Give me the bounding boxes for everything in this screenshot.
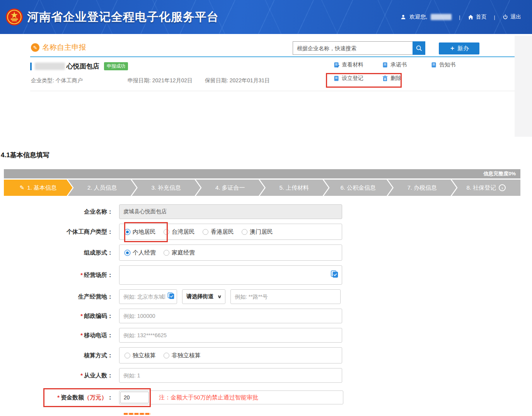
record-type: 企业类型: 个体工商户 (31, 77, 128, 84)
step-housing-fund[interactable]: 6. 公积金信息 (324, 180, 393, 196)
blurred-company-prefix (35, 63, 65, 70)
radio-icon[interactable] (124, 353, 130, 358)
name-declare-card: ✎ 名称自主申报 ＋ 新办 心悦面包店 申报成功 (0, 34, 532, 138)
row-production-place: 生产经营地： 请选择街道 ∨ (0, 289, 532, 304)
company-name-label: 企业名称： (0, 204, 116, 219)
required-star: * (80, 272, 83, 278)
composition-group: 个人经营 家庭经营 (119, 245, 342, 261)
radio-taiwan-resident[interactable]: 台湾居民 (164, 228, 195, 236)
separator: | (494, 14, 495, 20)
composition-label: 组成形式： (0, 245, 116, 261)
declare-edit-icon: ✎ (31, 43, 39, 52)
employees-field[interactable] (119, 368, 342, 383)
trash-icon (382, 75, 388, 82)
search-input[interactable] (293, 41, 413, 55)
street-address-field[interactable] (230, 289, 341, 304)
radio-non-independent-accounting[interactable]: 非独立核算 (164, 352, 201, 359)
home-link[interactable]: 首页 (468, 14, 487, 20)
street-select[interactable]: 请选择街道 ∨ (182, 289, 225, 304)
notification-letter-link[interactable]: 告知书 (431, 61, 489, 69)
welcome-text: 欢迎您, (409, 14, 427, 20)
accounting-group: 独立核算 非独立核算 (119, 347, 342, 363)
basic-info-form: 企业名称： 个体工商户类型： 内地居民 台湾居民 香港居民 澳门居民 (0, 204, 532, 415)
power-icon (503, 14, 508, 20)
step-personnel-info[interactable]: 2. 人员信息 (68, 180, 137, 196)
radio-icon[interactable] (242, 229, 247, 235)
district-picker-icon[interactable] (167, 292, 175, 301)
radio-icon[interactable] (164, 229, 169, 235)
radio-icon[interactable] (203, 229, 208, 235)
mobile-field[interactable] (119, 328, 342, 343)
radio-icon[interactable] (164, 353, 169, 358)
national-emblem-logo (5, 8, 23, 26)
delete-link[interactable]: 删除 (382, 75, 431, 82)
company-name-field[interactable] (119, 204, 342, 219)
capital-field-container: 注：金额大于50万的禁止通过智能审批 (119, 391, 343, 404)
doc-section-heading: 4.1基本信息填写 (1, 151, 532, 160)
required-star: * (57, 394, 60, 401)
document-icon (382, 62, 388, 68)
progress-label: 信息完整度0% (483, 171, 516, 177)
company-name: 心悦面包店 (66, 62, 99, 71)
capital-field[interactable] (120, 392, 149, 403)
radio-independent-accounting[interactable]: 独立核算 (124, 352, 156, 359)
declare-record-row: 心悦面包店 申报成功 企业类型: 个体工商户 申报日期: 2021年12月02日… (30, 57, 515, 91)
status-badge: 申报成功 (104, 62, 128, 70)
record-declare-date: 申报日期: 2021年12月02日 (128, 77, 205, 84)
next-steps-icon[interactable]: › (499, 184, 506, 191)
form-wizard: 信息完整度0% ✎ 1. 基本信息 2. 人员信息 3. 补充信息 4. 多证合… (4, 169, 520, 196)
step-supplementary-info[interactable]: 3. 补充信息 (132, 180, 201, 196)
postal-code-label: *邮政编码： (0, 309, 116, 323)
document-icon (431, 62, 437, 68)
cutoff-text-fragment (124, 413, 151, 415)
declare-section-title: 名称自主申报 (42, 42, 86, 53)
step-multi-cert[interactable]: 4. 多证合一 (196, 180, 265, 196)
wizard-steps: ✎ 1. 基本信息 2. 人员信息 3. 补充信息 4. 多证合一 5. 上传材… (4, 180, 520, 196)
accounting-label: 核算方式： (0, 347, 116, 363)
user-icon (401, 14, 406, 20)
record-accent-bar (30, 63, 32, 70)
radio-individual-operation[interactable]: 个人经营 (124, 249, 156, 256)
home-icon (468, 14, 474, 20)
row-capital: *资金数额（万元）： 注：金额大于50万的禁止通过智能审批 (0, 391, 532, 404)
capital-note: 注：金额大于50万的禁止通过智能审批 (159, 394, 258, 401)
new-application-button[interactable]: ＋ 新办 (439, 42, 479, 54)
radio-selected-icon[interactable] (124, 250, 130, 256)
row-household-type: 个体工商户类型： 内地居民 台湾居民 香港居民 澳门居民 (0, 224, 532, 240)
step-upload-materials[interactable]: 5. 上传材料 (260, 180, 329, 196)
radio-selected-icon[interactable] (124, 229, 130, 235)
step-tax-info[interactable]: 7. 办税信息 (388, 180, 457, 196)
radio-mainland-resident[interactable]: 内地居民 (124, 228, 156, 236)
radio-hongkong-resident[interactable]: 香港居民 (203, 228, 234, 236)
row-mobile: *移动电话： (0, 328, 532, 343)
step-basic-info[interactable]: ✎ 1. 基本信息 (4, 180, 73, 196)
plus-icon: ＋ (449, 44, 455, 53)
commitment-letter-link[interactable]: 承诺书 (382, 61, 431, 69)
business-place-label: *经营场所： (0, 265, 116, 285)
step-social-security[interactable]: 8. 社保登记 › (452, 180, 521, 196)
row-company-name: 企业名称： (0, 204, 532, 219)
establish-registration-link[interactable]: 设立登记 (333, 75, 382, 82)
required-star: * (80, 372, 83, 379)
employees-label: *从业人数： (0, 368, 116, 383)
business-place-field[interactable] (119, 265, 342, 285)
row-composition: 组成形式： 个人经营 家庭经营 (0, 245, 532, 261)
address-picker-icon[interactable] (331, 270, 339, 280)
capital-label: *资金数额（万元）： (0, 391, 116, 404)
chevron-down-icon: ∨ (217, 294, 222, 299)
separator: | (459, 14, 460, 20)
search-button[interactable] (413, 41, 425, 55)
completeness-progress-bar: 信息完整度0% (4, 169, 520, 178)
radio-icon[interactable] (164, 250, 169, 256)
logout-link[interactable]: 退出 (503, 14, 521, 20)
required-star: * (80, 332, 83, 338)
record-actions: 查看材料 承诺书 告知书 (333, 61, 489, 82)
view-materials-link[interactable]: 查看材料 (333, 61, 382, 69)
required-star: * (80, 312, 83, 319)
production-place-label: 生产经营地： (0, 289, 116, 304)
declare-section-header: ✎ 名称自主申报 ＋ 新办 (30, 36, 515, 57)
radio-macau-resident[interactable]: 澳门居民 (242, 228, 273, 236)
radio-family-operation[interactable]: 家庭经营 (164, 249, 195, 256)
site-title: 河南省企业登记全程电子化服务平台 (27, 9, 219, 25)
postal-code-field[interactable] (119, 309, 342, 323)
